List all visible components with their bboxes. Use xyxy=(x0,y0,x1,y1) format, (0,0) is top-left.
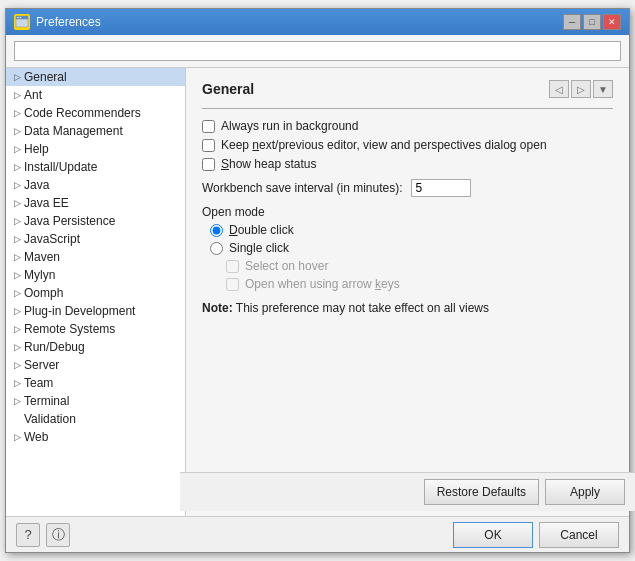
content-separator xyxy=(202,108,613,109)
footer-ok-cancel: OK Cancel xyxy=(453,522,619,548)
sidebar-item-javascript[interactable]: ▷ JavaScript xyxy=(6,230,185,248)
svg-point-2 xyxy=(17,17,19,19)
sidebar-label-mylyn: Mylyn xyxy=(24,268,55,282)
sidebar-item-ant[interactable]: ▷ Ant xyxy=(6,86,185,104)
tree-arrow-java-pers: ▷ xyxy=(10,214,24,228)
workbench-interval-input[interactable] xyxy=(411,179,471,197)
sidebar-label-install: Install/Update xyxy=(24,160,97,174)
sidebar-label-web: Web xyxy=(24,430,48,444)
tree-arrow-web: ▷ xyxy=(10,430,24,444)
sidebar-item-web[interactable]: ▷ Web xyxy=(6,428,185,446)
close-button[interactable]: ✕ xyxy=(603,14,621,30)
sidebar-item-terminal[interactable]: ▷ Terminal xyxy=(6,392,185,410)
checkbox-label-editor: Keep next/previous editor, view and pers… xyxy=(221,138,547,152)
sidebar-label-java: Java xyxy=(24,178,49,192)
nav-back-button[interactable]: ◁ xyxy=(549,80,569,98)
sidebar-item-team[interactable]: ▷ Team xyxy=(6,374,185,392)
title-bar-buttons: ─ □ ✕ xyxy=(563,14,621,30)
radio-row-single-click: Single click xyxy=(210,241,613,255)
checkbox-heap[interactable] xyxy=(202,158,215,171)
search-bar xyxy=(6,35,629,68)
sidebar-label-java-ee: Java EE xyxy=(24,196,69,210)
dialog-title: Preferences xyxy=(36,15,101,29)
sidebar-item-java[interactable]: ▷ Java xyxy=(6,176,185,194)
sub-checkbox-row-hover: Select on hover xyxy=(226,259,613,273)
workbench-interval-row: Workbench save interval (in minutes): xyxy=(202,179,613,197)
sidebar-label-java-pers: Java Persistence xyxy=(24,214,115,228)
nav-forward-button[interactable]: ▷ xyxy=(571,80,591,98)
apply-button[interactable]: Apply xyxy=(545,479,625,505)
sidebar-label-data: Data Management xyxy=(24,124,123,138)
checkbox-row-heap: Show heap status xyxy=(202,157,613,171)
sub-checkbox-row-arrow: Open when using arrow keys xyxy=(226,277,613,291)
sidebar-item-install-update[interactable]: ▷ Install/Update xyxy=(6,158,185,176)
sidebar-item-mylyn[interactable]: ▷ Mylyn xyxy=(6,266,185,284)
tree-arrow-plugin: ▷ xyxy=(10,304,24,318)
help-button[interactable]: ? xyxy=(16,523,40,547)
sidebar-item-code-recommenders[interactable]: ▷ Code Recommenders xyxy=(6,104,185,122)
ok-button[interactable]: OK xyxy=(453,522,533,548)
sidebar-item-run-debug[interactable]: ▷ Run/Debug xyxy=(6,338,185,356)
maximize-button[interactable]: □ xyxy=(583,14,601,30)
sidebar-label-js: JavaScript xyxy=(24,232,80,246)
checkbox-label-heap: Show heap status xyxy=(221,157,316,171)
sidebar-label-maven: Maven xyxy=(24,250,60,264)
sidebar-label-plugin: Plug-in Development xyxy=(24,304,135,318)
tree-arrow-maven: ▷ xyxy=(10,250,24,264)
sidebar-label-help: Help xyxy=(24,142,49,156)
svg-rect-0 xyxy=(16,18,28,27)
search-input[interactable] xyxy=(14,41,621,61)
tree-arrow-ant: ▷ xyxy=(10,88,24,102)
workbench-label: Workbench save interval (in minutes): xyxy=(202,181,403,195)
cancel-button[interactable]: Cancel xyxy=(539,522,619,548)
nav-buttons: ◁ ▷ ▼ xyxy=(549,80,613,98)
radio-label-single-click: Single click xyxy=(229,241,289,255)
main-area: ▷ General ▷ Ant ▷ Code Recommenders ▷ Da… xyxy=(6,68,629,516)
info-button[interactable]: ⓘ xyxy=(46,523,70,547)
dialog-body: ▷ General ▷ Ant ▷ Code Recommenders ▷ Da… xyxy=(6,35,629,516)
tree-arrow-js: ▷ xyxy=(10,232,24,246)
note-content: This preference may not take effect on a… xyxy=(236,301,489,315)
title-bar-left: Preferences xyxy=(14,14,101,30)
content-area: General ◁ ▷ ▼ Always run in background K… xyxy=(186,68,629,516)
sidebar-item-maven[interactable]: ▷ Maven xyxy=(6,248,185,266)
sidebar: ▷ General ▷ Ant ▷ Code Recommenders ▷ Da… xyxy=(6,68,186,516)
tree-arrow-oomph: ▷ xyxy=(10,286,24,300)
sidebar-item-general[interactable]: ▷ General xyxy=(6,68,185,86)
radio-single-click[interactable] xyxy=(210,242,223,255)
checkbox-editor[interactable] xyxy=(202,139,215,152)
sidebar-label-run: Run/Debug xyxy=(24,340,85,354)
sidebar-item-data-management[interactable]: ▷ Data Management xyxy=(6,122,185,140)
sidebar-item-remote-systems[interactable]: ▷ Remote Systems xyxy=(6,320,185,338)
restore-defaults-button[interactable]: Restore Defaults xyxy=(424,479,539,505)
nav-dropdown-button[interactable]: ▼ xyxy=(593,80,613,98)
sidebar-item-server[interactable]: ▷ Server xyxy=(6,356,185,374)
tree-arrow-mylyn: ▷ xyxy=(10,268,24,282)
radio-label-double-click: Double click xyxy=(229,223,294,237)
checkbox-hover[interactable] xyxy=(226,260,239,273)
tree-arrow-terminal: ▷ xyxy=(10,394,24,408)
sidebar-label-general: General xyxy=(24,70,67,84)
sidebar-item-validation[interactable]: Validation xyxy=(6,410,185,428)
sidebar-item-oomph[interactable]: ▷ Oomph xyxy=(6,284,185,302)
sidebar-item-java-persistence[interactable]: ▷ Java Persistence xyxy=(6,212,185,230)
tree-arrow-validation xyxy=(10,412,24,426)
title-bar: Preferences ─ □ ✕ xyxy=(6,9,629,35)
sub-checkbox-label-arrow: Open when using arrow keys xyxy=(245,277,400,291)
minimize-button[interactable]: ─ xyxy=(563,14,581,30)
checkbox-arrow[interactable] xyxy=(226,278,239,291)
checkbox-background[interactable] xyxy=(202,120,215,133)
content-header: General ◁ ▷ ▼ xyxy=(202,80,613,98)
tree-arrow-java: ▷ xyxy=(10,178,24,192)
note-text: Note: This preference may not take effec… xyxy=(202,301,613,315)
sidebar-label-remote: Remote Systems xyxy=(24,322,115,336)
open-mode-label: Open mode xyxy=(202,205,613,219)
sidebar-item-java-ee[interactable]: ▷ Java EE xyxy=(6,194,185,212)
tree-arrow-remote: ▷ xyxy=(10,322,24,336)
radio-double-click[interactable] xyxy=(210,224,223,237)
sidebar-item-plugin-dev[interactable]: ▷ Plug-in Development xyxy=(6,302,185,320)
preferences-dialog: Preferences ─ □ ✕ ▷ General ▷ Ant xyxy=(5,8,630,553)
sub-checkbox-label-hover: Select on hover xyxy=(245,259,328,273)
sidebar-item-help[interactable]: ▷ Help xyxy=(6,140,185,158)
sidebar-label-team: Team xyxy=(24,376,53,390)
